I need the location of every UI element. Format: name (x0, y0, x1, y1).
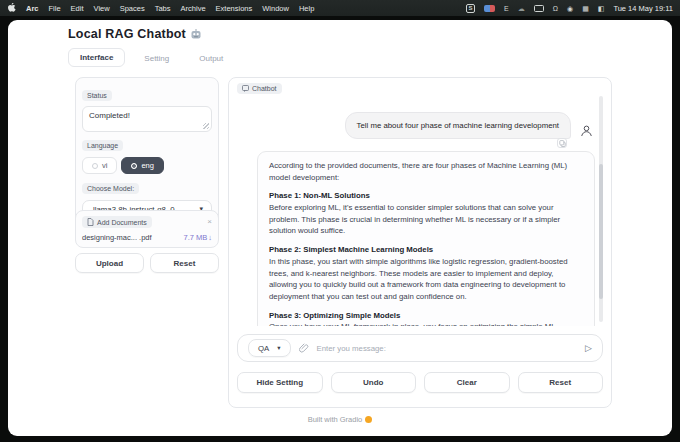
language-label: Language (82, 140, 123, 151)
menu-item-edit[interactable]: Edit (71, 4, 84, 13)
s-square-icon[interactable]: S (466, 4, 475, 13)
chat-scrollbar[interactable] (599, 96, 603, 322)
menu-item-arc[interactable]: Arc (26, 4, 39, 13)
chat-messages: Tell me about four phase of machine lear… (229, 96, 613, 326)
screen-mirroring-icon[interactable]: ◧ (598, 5, 605, 12)
documents-card: Add Documents × designing-mac... .pdf 7.… (75, 210, 219, 248)
menu-item-window[interactable]: Window (262, 4, 289, 13)
menu-item-help[interactable]: Help (299, 4, 314, 13)
choose-model-label: Choose Model: (82, 183, 139, 194)
hide-setting-button[interactable]: Hide Setting (237, 372, 323, 393)
bot-message-sections: Phase 1: Non-ML SolutionsBefore explorin… (269, 190, 583, 326)
chat-scrollbar-thumb[interactable] (599, 164, 603, 300)
message-input[interactable]: Enter you message: (317, 344, 386, 353)
bot-section: Phase 3: Optimizing Simple ModelsOnce yo… (269, 310, 583, 326)
tab-interface[interactable]: Interface (68, 48, 125, 67)
menubar-right: SE☁Ω◉▦◧ Tue 14 May 19:11 (466, 4, 673, 13)
bot-section-heading: Phase 3: Optimizing Simple Models (269, 310, 583, 322)
undo-button[interactable]: Undo (331, 372, 417, 393)
status-textbox[interactable]: Completed! (82, 106, 212, 132)
bot-section-text: Once you have your ML framework in place… (269, 321, 583, 326)
tab-setting[interactable]: Setting (133, 50, 180, 67)
bot-section-text: In this phase, you start with simple alg… (269, 256, 583, 303)
footer: Built with Gradio (8, 415, 672, 424)
gradio-logo-icon (365, 416, 372, 423)
user-message-bubble: Tell me about four phase of machine lear… (345, 112, 571, 139)
chatbot-icon (242, 85, 249, 92)
ghost-icon[interactable]: ☁ (518, 5, 525, 12)
footer-text[interactable]: Built with Gradio (308, 415, 363, 424)
upload-reset-row: UploadReset (75, 253, 219, 273)
clear-file-button[interactable]: × (207, 218, 212, 226)
chatbot-card: Chatbot Tell me about four phase of mach… (228, 77, 612, 408)
window-grid-icon[interactable]: ▦ (582, 5, 589, 12)
tab-bar: InterfaceSettingOutput (68, 48, 234, 67)
menubar-clock[interactable]: Tue 14 May 19:11 (613, 4, 673, 13)
language-option-vi[interactable]: vi (82, 157, 117, 174)
apple-menu-icon[interactable] (7, 3, 16, 13)
chatbot-label: Chatbot (237, 83, 282, 94)
documents-header: Add Documents × (82, 216, 212, 228)
menubar-items: ArcFileEditViewSpacesTabsArchiveExtensio… (26, 4, 314, 13)
menu-item-tabs[interactable]: Tabs (155, 4, 171, 13)
record-icon[interactable]: ◉ (567, 5, 573, 12)
file-download-link[interactable]: 7.7 MB ↓ (183, 233, 212, 242)
copy-button[interactable] (557, 138, 567, 148)
radio-label: eng (141, 161, 154, 170)
document-icon (87, 218, 94, 226)
reset-button[interactable]: Reset (150, 253, 219, 273)
bot-message-intro: According to the provided documents, the… (269, 160, 583, 183)
menu-item-spaces[interactable]: Spaces (120, 4, 145, 13)
file-name: designing-mac... .pdf (82, 233, 152, 242)
radio-label: vi (102, 161, 107, 170)
add-documents-label: Add Documents (82, 216, 152, 228)
e-letter-icon[interactable]: E (504, 5, 509, 12)
status-value: Completed! (89, 111, 130, 120)
chat-action-buttons: Hide SettingUndoClearReset (237, 372, 603, 393)
send-icon[interactable]: ▷ (585, 344, 592, 353)
menubar-left: ArcFileEditViewSpacesTabsArchiveExtensio… (7, 3, 314, 13)
menu-item-file[interactable]: File (49, 4, 61, 13)
screen: ArcFileEditViewSpacesTabsArchiveExtensio… (0, 0, 680, 442)
bot-section-heading: Phase 1: Non-ML Solutions (269, 190, 583, 202)
radio-dot-icon (92, 163, 98, 169)
radio-dot-icon (131, 163, 137, 169)
page-title: Local RAG Chatbot (68, 27, 202, 41)
user-avatar-icon (580, 124, 593, 137)
mode-dropdown[interactable]: QA ▾ (248, 339, 291, 357)
language-option-eng[interactable]: eng (121, 157, 164, 174)
chevron-down-icon: ▾ (277, 344, 280, 352)
menu-item-view[interactable]: View (94, 4, 110, 13)
file-size: 7.7 MB (183, 233, 207, 242)
display-icon[interactable] (534, 5, 544, 12)
tab-output[interactable]: Output (188, 50, 234, 67)
bot-section: Phase 1: Non-ML SolutionsBefore explorin… (269, 190, 583, 237)
message-input-row: QA ▾ Enter you message: ▷ (237, 334, 603, 362)
language-radio-group: vieng (82, 157, 212, 174)
bot-section-text: Before exploring ML, it's essential to c… (269, 202, 583, 237)
browser-window: Local RAG Chatbot InterfaceSettingOutput… (8, 20, 672, 436)
robot-icon (190, 29, 202, 40)
blue-red-pill-icon[interactable] (484, 5, 495, 12)
upload-button[interactable]: Upload (75, 253, 144, 273)
reset-button[interactable]: Reset (518, 372, 604, 393)
headphones-icon[interactable]: Ω (553, 5, 558, 12)
chatbot-label-text: Chatbot (252, 85, 277, 92)
menubar-status-icons: SE☁Ω◉▦◧ (466, 4, 604, 13)
mode-dropdown-value: QA (258, 344, 269, 353)
bot-section: Phase 2: Simplest Machine Learning Model… (269, 244, 583, 302)
status-label: Status (82, 90, 112, 101)
add-documents-text: Add Documents (97, 219, 147, 226)
file-row: designing-mac... .pdf 7.7 MB ↓ (82, 233, 212, 242)
bot-message-panel: According to the provided documents, the… (257, 151, 595, 326)
bot-section-heading: Phase 2: Simplest Machine Learning Model… (269, 244, 583, 256)
resize-handle-icon[interactable] (203, 123, 209, 129)
menu-item-archive[interactable]: Archive (181, 4, 206, 13)
menu-item-extensions[interactable]: Extensions (216, 4, 253, 13)
settings-form: Status Completed! Language vieng Choose … (75, 77, 219, 225)
clear-button[interactable]: Clear (424, 372, 510, 393)
page-title-text: Local RAG Chatbot (68, 27, 186, 41)
macos-menubar: ArcFileEditViewSpacesTabsArchiveExtensio… (0, 0, 680, 16)
attachment-icon[interactable] (299, 343, 309, 353)
download-icon: ↓ (208, 233, 212, 242)
